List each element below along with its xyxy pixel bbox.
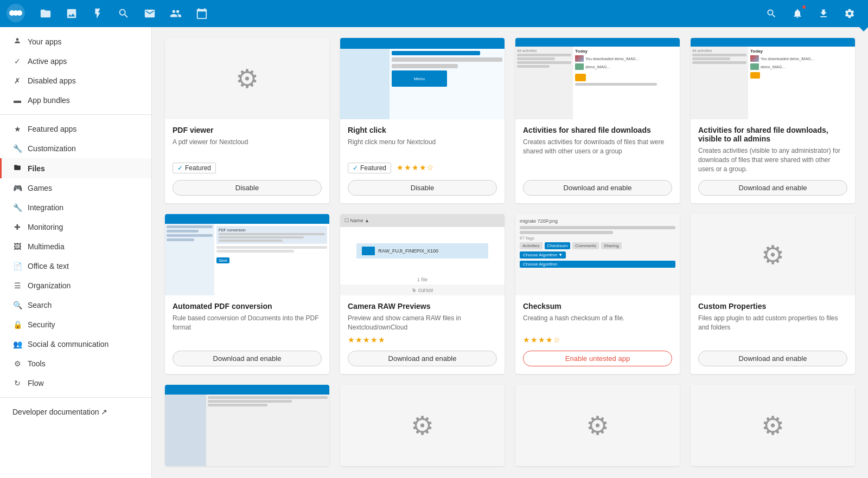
files-nav-icon[interactable] [34, 2, 58, 25]
app-card-bottom-3: ⚙ [515, 385, 680, 466]
social-icon: 👥 [12, 340, 22, 348]
download-enable-button-automated-pdf[interactable]: Download and enable [173, 351, 322, 366]
app-card-bottom-2: ⚙ [340, 385, 505, 466]
sidebar-label-social: Social & communication [28, 340, 108, 348]
app-badge-pdf-viewer: ✓ Featured [173, 163, 322, 173]
activity-nav-icon[interactable] [86, 2, 110, 25]
x-icon: ✗ [12, 76, 22, 85]
search-nav-icon[interactable] [112, 2, 136, 25]
screenshot-thumb-checksum: migrate 720P.png 🏷 Tags Activities Check… [515, 214, 680, 295]
badge-label-right-click: Featured [360, 164, 386, 172]
sidebar-item-search[interactable]: 🔍 Search [0, 295, 151, 315]
app-body-right-click: Right click Right click menu for Nextclo… [340, 119, 505, 180]
sidebar-item-monitoring[interactable]: ✚ Monitoring [0, 217, 151, 237]
screenshot-thumb-cameraraw: ☐ Name ▲ RAW_FUJI_FINEPIX_X100 1 file 🖱 … [340, 214, 505, 295]
logo[interactable] [7, 4, 25, 24]
sidebar-item-integration[interactable]: 🔧 Integration [0, 198, 151, 217]
badge-check-icon-rc: ✓ [353, 164, 358, 172]
sidebar-item-office-text[interactable]: 📄 Office & text [0, 256, 151, 276]
screenshot-thumb-pdfconv: PDF conversion Save [165, 214, 329, 295]
sidebar-label-multimedia: Multimedia [28, 242, 65, 251]
sidebar-label-flow: Flow [28, 379, 44, 387]
app-grid-row1: ⚙ PDF viewer A pdf viewer for Nextcloud … [165, 38, 855, 203]
app-actions-camera-raw: Download and enable [340, 351, 505, 374]
sidebar-item-dev-docs[interactable]: Developer documentation ↗ [0, 402, 151, 422]
calendar-nav-icon[interactable] [190, 2, 214, 25]
download-enable-button-activities[interactable]: Download and enable [523, 180, 672, 196]
sidebar-item-files[interactable]: Files [0, 158, 151, 178]
app-thumb-automated-pdf: PDF conversion Save [165, 214, 329, 295]
gear-placeholder-icon: ⚙ [235, 63, 259, 94]
app-body-camera-raw: Camera RAW Previews Preview and show cam… [340, 295, 505, 351]
sidebar-item-security[interactable]: 🔒 Security [0, 315, 151, 334]
app-thumb-bottom-4: ⚙ [691, 385, 855, 466]
sidebar-label-files: Files [28, 164, 45, 173]
sidebar-label-security: Security [28, 320, 55, 329]
app-title-activities-admin: Activities for shared file downloads, vi… [698, 126, 847, 143]
app-desc-custom-properties: Files app plugin to add custom propertie… [698, 314, 847, 344]
sidebar-label-search: Search [28, 301, 52, 309]
app-grid-row2: PDF conversion Save [165, 214, 855, 374]
sidebar-label-your-apps: Your apps [28, 37, 62, 46]
mail-nav-icon[interactable] [138, 2, 162, 25]
flow-icon: ↻ [12, 379, 22, 387]
disable-button-pdf-viewer[interactable]: Disable [173, 180, 322, 196]
app-badge-right-click: ✓ Featured ★★★★☆ [348, 163, 497, 173]
download-enable-button-camera-raw[interactable]: Download and enable [348, 351, 497, 366]
sidebar-item-games[interactable]: 🎮 Games [0, 178, 151, 198]
sidebar-label-integration: Integration [28, 203, 63, 212]
app-card-activities-shared: All activities Today You downloa [515, 38, 680, 203]
app-actions-activities: Download and enable [515, 180, 680, 203]
sidebar-item-social[interactable]: 👥 Social & communication [0, 334, 151, 354]
folder-icon [12, 164, 22, 173]
app-grid-row3: ⚙ ⚙ ⚙ [165, 385, 855, 466]
sidebar-item-customization[interactable]: 🔧 Customization [0, 139, 151, 158]
app-body-pdf-viewer: PDF viewer A pdf viewer for Nextcloud ✓ … [165, 119, 329, 180]
sidebar-item-organization[interactable]: ☰ Organization [0, 276, 151, 295]
badge-check-icon: ✓ [177, 164, 183, 172]
app-title-camera-raw: Camera RAW Previews [348, 302, 497, 311]
app-card-pdf-viewer: ⚙ PDF viewer A pdf viewer for Nextcloud … [165, 38, 329, 203]
app-thumb-activities: All activities Today You downloa [515, 38, 680, 119]
screenshot-thumb-activities: All activities Today You downloa [515, 38, 680, 119]
nav-icons [34, 2, 214, 25]
sidebar-item-flow[interactable]: ↻ Flow [0, 373, 151, 393]
sidebar-item-disabled-apps[interactable]: ✗ Disabled apps [0, 71, 151, 91]
star-icon: ★ [12, 125, 22, 133]
settings-right-icon[interactable] [838, 2, 861, 25]
app-card-bottom-4: ⚙ [691, 385, 855, 466]
app-desc-checksum: Creating a hash checksum of a file. [523, 314, 672, 332]
sidebar-item-your-apps[interactable]: Your apps [0, 31, 151, 51]
person-icon [12, 37, 22, 46]
app-title-checksum: Checksum [523, 302, 672, 311]
app-desc-pdf-viewer: A pdf viewer for Nextcloud [173, 138, 322, 159]
search-right-icon[interactable] [760, 2, 783, 25]
sidebar-label-app-bundles: App bundles [28, 96, 70, 105]
downloads-right-icon[interactable] [812, 2, 835, 25]
sidebar-item-featured-apps[interactable]: ★ Featured apps [0, 119, 151, 139]
sidebar-label-games: Games [28, 184, 52, 192]
app-body-automated-pdf: Automated PDF conversion Rule based conv… [165, 295, 329, 351]
sidebar-divider-2 [0, 397, 151, 398]
app-body-custom-properties: Custom Properties Files app plugin to ad… [691, 295, 855, 351]
sidebar-item-app-bundles[interactable]: ▬ App bundles [0, 91, 151, 110]
photos-nav-icon[interactable] [60, 2, 84, 25]
sidebar-item-multimedia[interactable]: 🖼 Multimedia [0, 237, 151, 256]
gear-placeholder-icon-b4: ⚙ [761, 410, 784, 441]
main-layout: Your apps ✓ Active apps ✗ Disabled apps … [0, 27, 868, 478]
app-title-pdf-viewer: PDF viewer [173, 126, 322, 134]
notification-icon[interactable] [786, 2, 809, 25]
sidebar-label-tools: Tools [28, 359, 46, 368]
lock-icon: 🔒 [12, 320, 22, 329]
app-desc-activities: Creates activities for downloads of file… [523, 138, 672, 173]
app-card-camera-raw: ☐ Name ▲ RAW_FUJI_FINEPIX_X100 1 file 🖱 … [340, 214, 505, 374]
download-enable-button-activities-admin[interactable]: Download and enable [698, 180, 847, 196]
disable-button-right-click[interactable]: Disable [348, 180, 497, 196]
svg-point-3 [17, 10, 22, 16]
download-enable-button-custom-properties[interactable]: Download and enable [698, 351, 847, 366]
sidebar-item-tools[interactable]: ⚙ Tools [0, 354, 151, 373]
enable-untested-button-checksum[interactable]: Enable untested app [523, 351, 672, 366]
app-thumb-bottom-1 [165, 385, 329, 466]
sidebar-item-active-apps[interactable]: ✓ Active apps [0, 51, 151, 71]
contacts-nav-icon[interactable] [164, 2, 188, 25]
